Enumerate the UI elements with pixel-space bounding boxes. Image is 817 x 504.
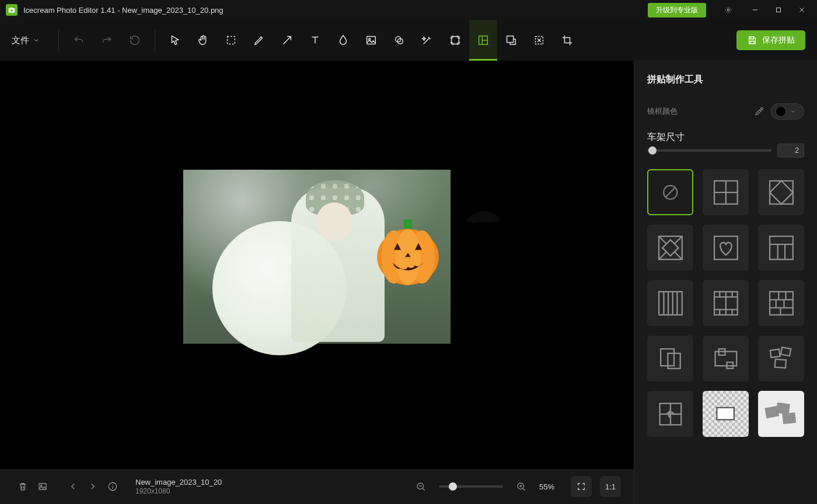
chevron-down-icon [790,108,797,115]
title-bar: Icecream Photo Editor 1.41 - New_image_2… [0,0,817,20]
info-button[interactable] [103,477,123,496]
save-collage-button[interactable]: 保存拼贴 [736,30,805,50]
droplet-icon [337,34,350,47]
svg-rect-5 [777,8,781,12]
reset-button[interactable] [121,20,149,61]
canvas-image[interactable] [183,170,451,344]
undo-icon [72,34,85,47]
transform-icon [533,34,546,47]
svg-point-86 [112,484,113,485]
color-swatch [776,106,786,117]
layout-ribbon-grid[interactable] [647,391,693,437]
resize-icon [505,34,518,47]
layout-checker-scatter[interactable] [758,391,804,437]
svg-rect-80 [777,403,789,413]
layout-checker-card[interactable] [703,391,749,437]
hand-tool[interactable] [189,20,217,61]
collage-tool[interactable] [469,20,497,61]
pencil-tool[interactable] [245,20,273,61]
minimize-icon [751,6,759,14]
svg-line-33 [675,236,682,243]
eyedropper-button[interactable] [754,106,764,117]
svg-line-24 [665,187,675,197]
app-title: Icecream Photo Editor 1.41 - New_image_2… [23,6,224,15]
layout-scatter[interactable] [758,335,804,382]
gallery-button[interactable] [33,477,53,496]
wand-icon [421,34,434,47]
window-maximize-button[interactable] [767,0,790,20]
document-name: New_image_2023_10_20.png [122,6,223,15]
layout-columns[interactable] [647,280,693,326]
upgrade-button[interactable]: 升级到专业版 [648,3,706,18]
transform-tool[interactable] [525,20,553,61]
frame-color-label: 镜框颜色 [647,106,678,117]
delete-button[interactable] [13,477,33,496]
fit-screen-button[interactable] [571,476,592,497]
slider-knob[interactable] [449,482,457,491]
blur-tool[interactable] [329,20,357,61]
crop-tool[interactable] [553,20,581,61]
gear-icon [724,6,732,14]
layout-diamond[interactable] [758,169,804,215]
layout-overlap-1[interactable] [647,335,693,382]
redo-button[interactable] [93,20,121,61]
prev-button[interactable] [63,477,83,496]
text-tool[interactable] [301,20,329,61]
file-info: New_image_2023_10_20 1920x1080 [135,478,222,495]
layout-bricks[interactable] [758,280,804,326]
svg-line-88 [423,488,425,491]
layout-none[interactable] [647,169,693,215]
actual-size-button[interactable]: 1:1 [600,476,621,497]
svg-point-19 [395,229,420,285]
marquee-tool[interactable] [217,20,245,61]
svg-rect-7 [367,37,376,44]
arrow-tool[interactable] [273,20,301,61]
zoom-in-icon [516,481,526,492]
window-minimize-button[interactable] [743,0,767,20]
zoom-in-button[interactable] [511,477,531,496]
fullscreen-icon [577,482,586,491]
zoom-out-icon [416,481,426,492]
layout-grid-2x2[interactable] [703,169,749,215]
layout-filmstrip[interactable] [703,280,749,326]
brush-stroke [463,205,504,228]
file-menu[interactable]: 文件 [12,35,40,46]
frame-size-slider[interactable] [647,149,771,152]
frame-tool[interactable] [441,20,469,61]
pumpkin-sticker[interactable] [370,216,446,286]
frame-size-label: 车架尺寸 [647,132,685,142]
magic-tool[interactable] [413,20,441,61]
zoom-slider[interactable] [439,485,503,488]
frame-color-dropdown[interactable] [770,103,804,120]
layout-overlap-2[interactable] [703,335,749,382]
canvas-viewport[interactable] [0,61,634,469]
svg-rect-81 [783,414,795,424]
window-close-button[interactable] [790,0,813,20]
app-name: Icecream Photo Editor 1.41 [23,6,116,15]
undo-button[interactable] [65,20,93,61]
svg-rect-69 [770,349,780,357]
reset-icon [128,34,141,47]
image-tool[interactable] [357,20,385,61]
adjust-tool[interactable] [385,20,413,61]
layout-heart[interactable] [703,225,749,271]
collage-side-panel: 拼贴制作工具 镜框颜色 车架尺寸 2 [634,61,817,504]
frame-icon [449,34,462,47]
layout-t[interactable] [758,225,804,271]
chevron-down-icon [33,37,40,44]
frame-size-value[interactable]: 2 [777,144,804,158]
svg-point-3 [727,9,729,11]
zoom-out-button[interactable] [411,477,431,496]
layout-diamond-corners[interactable] [647,225,693,271]
settings-button[interactable] [717,0,740,20]
maximize-icon [774,6,783,14]
svg-rect-71 [774,359,785,368]
crop-icon [561,34,574,47]
next-button[interactable] [83,477,103,496]
pointer-tool[interactable] [161,20,189,61]
frame-color-row: 镜框颜色 [647,103,804,120]
svg-line-91 [523,488,525,491]
resize-tool[interactable] [497,20,525,61]
save-icon [747,35,757,46]
slider-knob[interactable] [648,146,657,155]
